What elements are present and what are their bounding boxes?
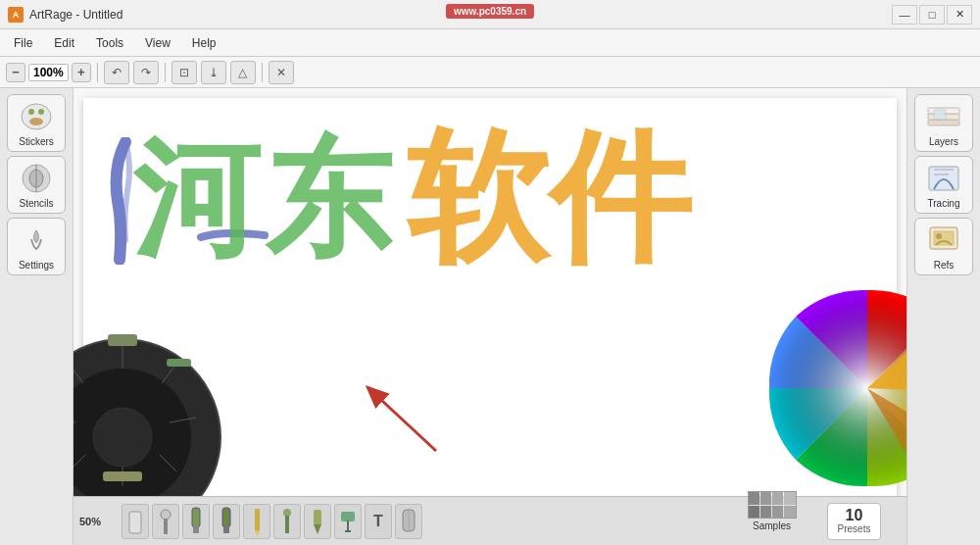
- zoom-percentage: 50%: [79, 516, 114, 527]
- stencils-label: Stencils: [19, 198, 53, 209]
- svg-rect-30: [222, 508, 230, 527]
- sample-3: [772, 492, 783, 505]
- svg-point-26: [161, 510, 171, 520]
- tool-brush-1[interactable]: [152, 504, 179, 539]
- samples-box[interactable]: Samples: [740, 491, 804, 540]
- svg-point-22: [93, 408, 152, 467]
- tool-marker[interactable]: [304, 504, 331, 539]
- menu-bar: File Edit Tools View Help: [0, 29, 980, 57]
- svg-point-1: [28, 109, 34, 115]
- layers-label: Layers: [929, 136, 958, 147]
- tracing-label: Tracing: [928, 198, 960, 209]
- stencils-icon: [17, 161, 56, 196]
- svg-rect-21: [103, 471, 142, 481]
- svg-rect-32: [255, 509, 260, 530]
- stickers-label: Stickers: [19, 136, 54, 147]
- maximize-button[interactable]: □: [919, 5, 945, 25]
- refs-label: Refs: [934, 260, 955, 271]
- tool-eraser[interactable]: [122, 504, 149, 539]
- svg-rect-25: [129, 512, 141, 533]
- import-button[interactable]: ⤓: [201, 61, 226, 84]
- settings-label: Settings: [19, 260, 54, 271]
- tool-roller[interactable]: [334, 504, 362, 539]
- svg-rect-38: [341, 512, 355, 521]
- tracing-icon: [924, 161, 963, 196]
- menu-file[interactable]: File: [4, 33, 42, 53]
- menu-tools[interactable]: Tools: [86, 33, 133, 53]
- sample-2: [760, 492, 771, 505]
- bottom-bar: 50%: [74, 496, 906, 545]
- color-wheel-icon: [760, 280, 906, 496]
- svg-rect-27: [164, 519, 168, 534]
- title-bar: A ArtRage - Untitled www.pc0359.cn — □ ✕: [0, 0, 980, 29]
- layers-icon: [924, 99, 963, 134]
- stickers-button[interactable]: Stickers: [7, 94, 66, 152]
- close-canvas-button[interactable]: ✕: [269, 61, 294, 84]
- stencils-button[interactable]: Stencils: [7, 156, 66, 214]
- svg-rect-36: [314, 510, 321, 525]
- left-panel: Stickers Stencils Settings: [0, 88, 74, 545]
- red-arrow-icon: [338, 372, 466, 461]
- window-controls: — □ ✕: [892, 5, 972, 25]
- tool-special[interactable]: [395, 504, 422, 539]
- color-wheel-container[interactable]: [760, 280, 906, 496]
- stickers-icon: [17, 99, 56, 134]
- svg-point-52: [936, 233, 942, 239]
- settings-icon: [17, 223, 56, 258]
- app-icon: A: [8, 7, 24, 23]
- transform-button[interactable]: ⊡: [172, 61, 197, 84]
- zoom-minus-button[interactable]: −: [6, 63, 25, 82]
- refs-icon: [924, 223, 963, 258]
- watermark: www.pc0359.cn: [446, 4, 534, 19]
- sample-6: [760, 506, 771, 519]
- zoom-plus-button[interactable]: +: [72, 63, 91, 82]
- svg-point-0: [22, 104, 51, 129]
- samples-label: Samples: [753, 520, 791, 531]
- canvas-artwork: 河东 软件: [113, 127, 691, 270]
- sample-8: [784, 506, 795, 519]
- sample-5: [749, 506, 760, 519]
- toolbar-separator-3: [262, 63, 263, 82]
- tool-ink[interactable]: [273, 504, 301, 539]
- canvas-text-orange: 软件: [407, 127, 691, 270]
- menu-edit[interactable]: Edit: [44, 33, 84, 53]
- svg-rect-29: [193, 525, 199, 533]
- svg-line-8: [368, 387, 436, 451]
- sample-1: [749, 492, 760, 505]
- canvas-text-green: 河东: [132, 135, 397, 263]
- tracing-button[interactable]: Tracing: [914, 156, 973, 214]
- zoom-value: 100%: [28, 64, 69, 81]
- sample-4: [784, 492, 795, 505]
- main-area: Stickers Stencils Settings: [0, 88, 980, 545]
- tool-wheel-container: [74, 300, 270, 496]
- layers-button[interactable]: Layers: [914, 94, 973, 152]
- tool-paint-2[interactable]: [213, 504, 240, 539]
- toolbar-separator-2: [165, 63, 166, 82]
- toolbar: − 100% + ↶ ↷ ⊡ ⤓ △ ✕: [0, 57, 980, 88]
- refs-button[interactable]: Refs: [914, 218, 973, 275]
- svg-rect-19: [108, 334, 137, 346]
- menu-help[interactable]: Help: [182, 33, 226, 53]
- close-button[interactable]: ✕: [947, 5, 972, 25]
- tool-paint-1[interactable]: [182, 504, 210, 539]
- settings-button[interactable]: Settings: [7, 218, 66, 275]
- tool-pencil[interactable]: [243, 504, 270, 539]
- svg-point-34: [283, 509, 291, 517]
- svg-point-3: [29, 118, 43, 125]
- minimize-button[interactable]: —: [892, 5, 917, 25]
- presets-box[interactable]: 10 Presets: [827, 503, 881, 540]
- tool-text[interactable]: T: [365, 504, 392, 539]
- presets-number: 10: [846, 508, 863, 523]
- redo-button[interactable]: ↷: [133, 61, 159, 84]
- undo-button[interactable]: ↶: [104, 61, 129, 84]
- svg-marker-37: [314, 524, 321, 534]
- export-button[interactable]: △: [230, 61, 256, 84]
- menu-view[interactable]: View: [135, 33, 180, 53]
- canvas-background: 河东 软件: [83, 98, 897, 535]
- tool-strip: T: [122, 504, 819, 539]
- presets-label: Presets: [838, 523, 871, 534]
- canvas-area[interactable]: 河东 软件: [74, 88, 906, 545]
- zoom-control: − 100% +: [6, 63, 91, 82]
- toolbar-separator: [97, 63, 98, 82]
- samples-grid: [748, 491, 797, 519]
